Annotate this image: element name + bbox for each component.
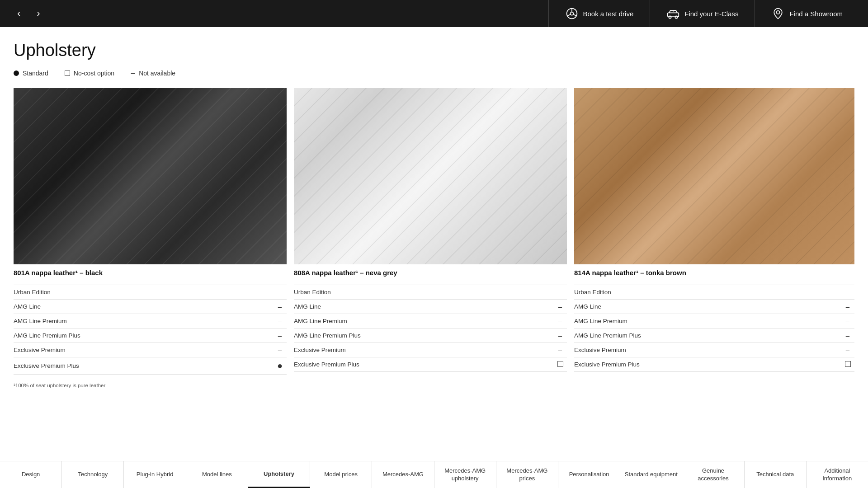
standard-dot-icon [14,70,19,76]
legend: Standard No-cost option – Not available [14,69,854,77]
nav-item-model-lines[interactable]: Model lines [186,461,248,488]
cards-grid: 801A nappa leather¹ – blackUrban Edition… [14,88,854,375]
table-row: AMG Line Premium Plus– [294,328,567,343]
car-icon: ? [666,7,680,20]
table-row: AMG Line Premium Plus– [14,328,287,343]
table-row: Urban Edition– [14,285,287,299]
nav-item-plug-in-hybrid[interactable]: Plug-in Hybrid [124,461,186,488]
legend-standard: Standard [14,70,48,77]
table-row: Urban Edition– [574,285,854,299]
find-showroom-link[interactable]: Find a Showroom [755,0,859,27]
page-title: Upholstery [14,41,854,60]
row-value: ● [273,361,287,371]
card-title-grey: 808A nappa leather¹ – neva grey [294,269,567,280]
table-row: Exclusive Premium– [14,343,287,357]
no-cost-label: No-cost option [74,70,114,77]
nav-item-genuine-accessories[interactable]: Genuine accessories [682,461,744,488]
footnote: ¹100% of seat upholstery is pure leather [14,383,854,388]
card-title-brown: 814A nappa leather¹ – tonka brown [574,269,854,280]
nav-item-mercedes-amg[interactable]: Mercedes-AMG [372,461,434,488]
row-label: Urban Edition [294,289,553,296]
nav-item-mercedes-amg-prices[interactable]: Mercedes-AMG prices [496,461,558,488]
row-value: – [273,346,287,354]
svg-line-3 [567,14,570,16]
row-value: – [273,317,287,325]
table-row: Urban Edition– [294,285,567,299]
row-value: – [273,332,287,339]
row-value: – [841,317,854,325]
legend-no-cost: No-cost option [65,70,114,77]
not-available-dash-icon: – [131,69,135,77]
card-rows-grey: Urban Edition–AMG Line–AMG Line Premium–… [294,285,567,372]
nav-item-mercedes-amg-upholstery[interactable]: Mercedes-AMG upholstery [434,461,496,488]
row-label: AMG Line Premium [294,318,553,324]
location-pin-icon [771,7,785,20]
legend-not-available: – Not available [131,69,175,77]
book-test-drive-link[interactable]: Book a test drive [548,0,650,27]
row-value: – [841,332,854,339]
nav-item-additional-information[interactable]: Additional information [807,461,868,488]
svg-rect-12 [574,88,854,264]
bottom-nav: DesignTechnologyPlug-in HybridModel line… [0,461,868,488]
row-label: Exclusive Premium [574,347,841,353]
square-icon [845,361,851,367]
row-value: – [273,288,287,296]
row-value: – [553,346,567,354]
svg-rect-10 [14,88,287,264]
row-value: – [841,303,854,310]
card-image-brown [574,88,854,264]
nav-item-standard-equipment[interactable]: Standard equipment [620,461,682,488]
svg-rect-11 [294,88,567,264]
table-row: AMG Line Premium– [294,314,567,328]
not-available-label: Not available [139,70,175,77]
table-row: AMG Line Premium– [574,314,854,328]
row-value-square [553,361,567,368]
table-row: AMG Line– [294,299,567,314]
row-label: Exclusive Premium [294,347,553,353]
header-actions: Book a test drive ? Find your E-Class [548,0,859,27]
table-row: AMG Line– [14,299,287,314]
nav-item-model-prices[interactable]: Model prices [310,461,372,488]
table-row: Exclusive Premium Plus [574,357,854,372]
row-label: Urban Edition [574,289,841,296]
svg-text:?: ? [672,9,674,13]
svg-point-9 [777,11,780,14]
no-cost-square-icon [65,70,70,76]
card-image-grey [294,88,567,264]
row-value: – [553,317,567,325]
row-label: Exclusive Premium [14,347,273,353]
header: ‹ › Book a test drive [0,0,868,27]
nav-item-upholstery[interactable]: Upholstery [248,461,310,488]
nav-item-technical-data[interactable]: Technical data [745,461,807,488]
row-label: Exclusive Premium Plus [294,361,553,368]
card-image-black [14,88,287,264]
card-brown: 814A nappa leather¹ – tonka brownUrban E… [574,88,854,375]
table-row: Exclusive Premium Plus● [14,357,287,375]
find-eclass-link[interactable]: ? Find your E-Class [650,0,755,27]
standard-label: Standard [23,70,48,77]
main-content: Upholstery Standard No-cost option – Not… [0,27,868,397]
find-showroom-label: Find a Showroom [789,10,843,18]
table-row: Exclusive Premium Plus [294,357,567,372]
row-label: Exclusive Premium Plus [14,362,273,369]
row-value-square [841,361,854,368]
row-value: – [841,288,854,296]
next-arrow[interactable]: › [28,8,48,19]
row-label: AMG Line [14,303,273,310]
row-label: AMG Line Premium Plus [574,332,841,339]
row-label: Exclusive Premium Plus [574,361,841,368]
steering-wheel-icon [565,7,579,20]
card-title-black: 801A nappa leather¹ – black [14,269,287,280]
prev-arrow[interactable]: ‹ [9,8,28,19]
nav-item-technology[interactable]: Technology [62,461,124,488]
row-value: – [553,332,567,339]
table-row: Exclusive Premium– [294,343,567,357]
row-value: – [553,303,567,310]
row-label: AMG Line [574,303,841,310]
table-row: AMG Line Premium– [14,314,287,328]
row-label: AMG Line Premium Plus [14,332,273,339]
nav-item-personalisation[interactable]: Personalisation [558,461,620,488]
nav-item-design[interactable]: Design [0,461,62,488]
card-black: 801A nappa leather¹ – blackUrban Edition… [14,88,294,375]
card-grey: 808A nappa leather¹ – neva greyUrban Edi… [294,88,574,375]
